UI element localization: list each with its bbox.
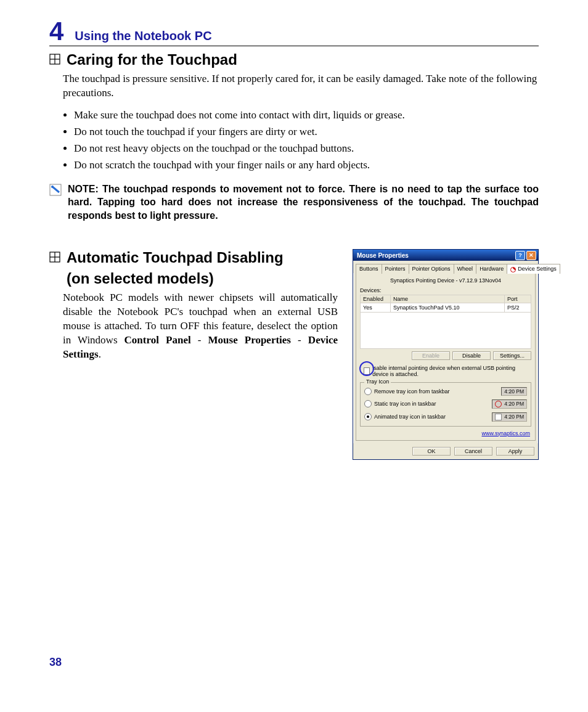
radio-remove-tray[interactable] [364, 388, 372, 395]
dialog-title: Mouse Properties [357, 252, 409, 259]
tab-pointer-options[interactable]: Pointer Options [409, 264, 454, 273]
enable-button[interactable]: Enable [412, 351, 450, 360]
table-row[interactable]: Yes Synaptics TouchPad V5.10 PS/2 [361, 303, 531, 312]
radio-label: Animated tray icon in taskbar [374, 414, 446, 420]
svg-point-4 [51, 186, 54, 188]
mouse-properties-dialog: Mouse Properties ? ✕ Buttons Pointers Po… [353, 249, 539, 459]
radio-animated-tray[interactable] [364, 413, 372, 420]
list-item: Make sure the touchpad does not come int… [74, 107, 539, 123]
ok-button[interactable]: OK [412, 447, 451, 456]
dialog-titlebar[interactable]: Mouse Properties ? ✕ [353, 250, 538, 261]
section-title-auto-line1: Automatic Touchpad Disabling [67, 249, 284, 266]
list-item: Do not touch the touchpad if your finger… [74, 123, 539, 140]
list-item: Do not scratch the touchpad with your fi… [74, 157, 539, 173]
chapter-number: 4 [49, 18, 63, 44]
tab-hardware[interactable]: Hardware [476, 264, 507, 273]
note-icon [49, 184, 62, 196]
grid-icon [49, 252, 60, 263]
synaptics-link[interactable]: www.synaptics.com [360, 430, 530, 436]
tray-sample: 4:20 PM [501, 387, 527, 396]
note-block: NOTE: The touchpad responds to movement … [49, 182, 539, 223]
note-label: NOTE: [68, 184, 102, 194]
synaptics-icon [495, 401, 502, 407]
checkbox-label: isable internal pointing device when ext… [372, 365, 531, 377]
disable-button[interactable]: Disable [452, 351, 491, 360]
radio-label: Remove tray icon from taskbar [374, 388, 450, 395]
col-port: Port [505, 295, 531, 303]
cancel-button[interactable]: Cancel [454, 447, 492, 456]
section-title-auto-line2: (on selected models) [67, 270, 284, 287]
tail: . [99, 348, 101, 360]
tray-sample: 4:20 PM [492, 399, 527, 409]
dialog-tabs: Buttons Pointers Pointer Options Wheel H… [353, 261, 538, 272]
section1-intro: The touchpad is pressure sensitive. If n… [63, 72, 539, 100]
sep: - [291, 334, 308, 346]
tray-sample: 4:20 PM [492, 412, 527, 422]
devices-label: Devices: [360, 287, 531, 293]
sep: - [191, 334, 208, 346]
bold-mouse-properties: Mouse Properties [208, 334, 291, 346]
touchpad-icon [495, 414, 502, 420]
col-enabled: Enabled [361, 295, 391, 303]
settings-button[interactable]: Settings... [493, 351, 531, 360]
close-button[interactable]: ✕ [526, 251, 536, 260]
tab-buttons[interactable]: Buttons [356, 264, 382, 273]
tab-device-settings[interactable]: Device Settings [507, 264, 560, 273]
cell-enabled: Yes [361, 303, 391, 312]
disable-internal-checkbox[interactable] [364, 367, 370, 375]
tray-icon-group: Tray Icon Remove tray icon from taskbar … [360, 382, 531, 427]
tray-legend: Tray Icon [364, 379, 391, 385]
note-text: The touchpad responds to movement not to… [68, 184, 539, 221]
page-number: 38 [49, 656, 62, 669]
driver-version-text: Synaptics Pointing Device - v7.12.9 13No… [360, 277, 531, 284]
precautions-list: Make sure the touchpad does not come int… [63, 107, 539, 174]
cell-name: Synaptics TouchPad V5.10 [391, 303, 505, 312]
col-name: Name [391, 295, 505, 303]
section2-body: Notebook PC models with newer chipsets w… [63, 291, 338, 362]
cell-port: PS/2 [505, 303, 531, 312]
help-button[interactable]: ? [515, 251, 525, 260]
radio-label: Static tray icon in taskbar [374, 401, 436, 407]
bold-control-panel: Control Panel [125, 334, 191, 346]
chapter-title: Using the Notebook PC [75, 29, 211, 43]
chapter-header: 4 Using the Notebook PC [49, 18, 539, 46]
tab-pointers[interactable]: Pointers [382, 264, 409, 273]
list-item: Do not rest heavy objects on the touchpa… [74, 140, 539, 157]
section-title-caring: Caring for the Touchpad [67, 51, 237, 68]
apply-button[interactable]: Apply [496, 447, 534, 456]
devices-table: Enabled Name Port Yes Synaptics TouchPad… [360, 295, 531, 349]
grid-icon [49, 54, 60, 65]
tab-wheel[interactable]: Wheel [454, 264, 477, 273]
radio-static-tray[interactable] [364, 400, 372, 407]
synaptics-icon [510, 267, 516, 272]
